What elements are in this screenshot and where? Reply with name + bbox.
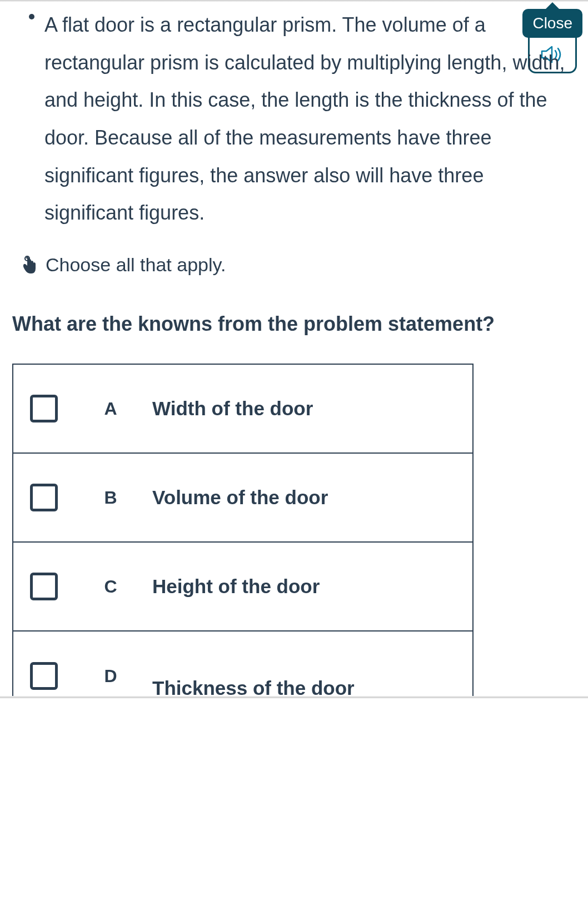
tap-hand-icon — [21, 256, 38, 275]
bullet-dot-icon — [29, 14, 34, 19]
instruction-row: Choose all that apply. — [21, 254, 566, 276]
instruction-text: Choose all that apply. — [46, 254, 226, 276]
option-row-b[interactable]: B Volume of the door — [13, 454, 472, 543]
option-letter: A — [97, 399, 124, 419]
bottom-divider — [0, 696, 588, 698]
checkbox-b[interactable] — [30, 484, 58, 511]
option-row-a[interactable]: A Width of the door — [13, 365, 472, 454]
question-text: What are the knowns from the problem sta… — [12, 309, 566, 339]
option-letter: D — [97, 666, 124, 687]
checkbox-c[interactable] — [30, 573, 58, 600]
options-table: A Width of the door B Volume of the door… — [12, 364, 474, 698]
option-row-c[interactable]: C Height of the door — [13, 543, 472, 631]
bullet-item: A flat door is a rectangular prism. The … — [44, 6, 566, 232]
option-letter: B — [97, 488, 124, 508]
top-divider — [0, 0, 588, 2]
option-text: Thickness of the door — [152, 677, 355, 698]
checkbox-a[interactable] — [30, 395, 58, 422]
checkbox-d[interactable] — [30, 662, 58, 690]
option-text: Volume of the door — [152, 486, 328, 509]
bullet-text: A flat door is a rectangular prism. The … — [44, 6, 566, 232]
option-text: Height of the door — [152, 575, 320, 598]
option-text: Width of the door — [152, 397, 313, 420]
option-row-d[interactable]: D Thickness of the door — [13, 631, 472, 698]
option-letter: C — [97, 576, 124, 597]
